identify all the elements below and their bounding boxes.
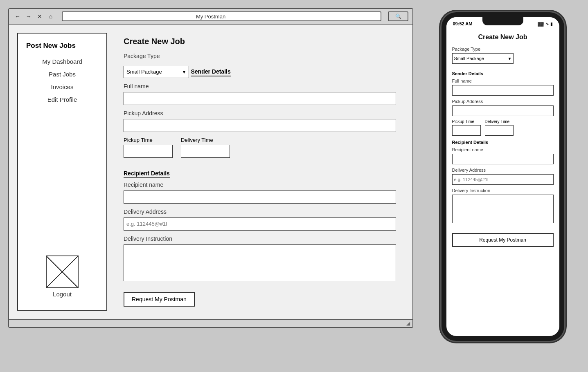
phone-time-row: Pickup Time Delivery Time	[452, 119, 554, 136]
recipient-name-label: Recipient name	[124, 182, 396, 188]
pickup-address-label: Pickup Address	[124, 110, 396, 117]
delivery-time-input[interactable]	[181, 145, 230, 158]
package-type-select[interactable]: Small Package Medium Package Large Packa…	[124, 66, 189, 78]
phone-recipient-details-header: Recipient Details	[452, 140, 554, 145]
phone-content: Create New Job Package Type Small Packag…	[446, 28, 559, 253]
avatar	[46, 255, 79, 288]
browser-window: ← → ✕ ⌂ 🔍 My Postman Post New Jobs My Da…	[8, 8, 413, 328]
phone-package-type-label: Package Type	[452, 47, 554, 52]
phone-delivery-time-input[interactable]	[485, 125, 514, 136]
phone-time: 09:52 AM	[453, 21, 473, 26]
delivery-address-label: Delivery Address	[124, 208, 396, 215]
phone-delivery-instruction-textarea[interactable]	[452, 195, 554, 223]
pickup-time-input[interactable]	[124, 145, 173, 158]
pickup-time-label: Pickup Time	[124, 137, 173, 143]
browser-nav-buttons: ← → ✕ ⌂	[13, 12, 55, 21]
phone-notch	[482, 17, 523, 25]
mobile-container: 09:52 AM ▓▓ ∿ ▮ Create New Job Package T…	[426, 8, 580, 341]
resize-handle: ◢	[406, 320, 410, 326]
phone-frame: 09:52 AM ▓▓ ∿ ▮ Create New Job Package T…	[442, 12, 564, 341]
pickup-time-group: Pickup Time	[124, 137, 173, 158]
phone-pickup-time-input[interactable]	[452, 125, 481, 136]
browser-titlebar: ← → ✕ ⌂ 🔍 My Postman	[9, 9, 412, 25]
phone-delivery-time-label: Delivery Time	[485, 119, 514, 124]
phone-pickup-address-label: Pickup Address	[452, 99, 554, 104]
recipient-name-input[interactable]	[124, 190, 396, 204]
phone-pickup-address-input[interactable]	[452, 105, 554, 116]
submit-button[interactable]: Request My Postman	[124, 292, 195, 307]
phone-screen: 09:52 AM ▓▓ ∿ ▮ Create New Job Package T…	[446, 17, 559, 336]
home-button[interactable]: ⌂	[46, 12, 55, 21]
sidebar: Post New Jobs My Dashboard Past Jobs Inv…	[17, 33, 107, 311]
close-button[interactable]: ✕	[35, 12, 44, 21]
phone-pickup-time-label: Pickup Time	[452, 119, 481, 124]
phone-delivery-address-input[interactable]	[452, 174, 554, 185]
delivery-instruction-textarea[interactable]	[124, 244, 396, 281]
form-title: Create New Job	[124, 37, 396, 46]
delivery-address-input[interactable]	[124, 217, 396, 231]
sidebar-item-edit-profile[interactable]: Edit Profile	[47, 96, 77, 103]
phone-recipient-name-label: Recipient name	[452, 147, 554, 152]
sidebar-title: Post New Jobs	[26, 42, 76, 50]
full-name-label: Full name	[124, 83, 396, 90]
phone-full-name-input[interactable]	[452, 85, 554, 96]
recipient-details-header: Recipient Details	[124, 170, 170, 178]
phone-submit-button[interactable]: Request My Postman	[452, 233, 554, 247]
full-name-input[interactable]	[124, 92, 396, 105]
delivery-instruction-label: Delivery Instruction	[124, 235, 396, 242]
delivery-time-group: Delivery Time	[181, 137, 230, 158]
time-row: Pickup Time Delivery Time	[124, 137, 396, 158]
sidebar-nav: My Dashboard Past Jobs Invoices Edit Pro…	[22, 58, 102, 103]
sidebar-item-my-dashboard[interactable]: My Dashboard	[42, 58, 82, 65]
pickup-address-input[interactable]	[124, 119, 396, 132]
phone-full-name-label: Full name	[452, 78, 554, 83]
phone-delivery-address-label: Delivery Address	[452, 168, 554, 173]
phone-delivery-time-group: Delivery Time	[485, 119, 514, 136]
delivery-time-label: Delivery Time	[181, 137, 230, 143]
browser-statusbar: ◢	[9, 319, 412, 327]
forward-button[interactable]: →	[24, 12, 33, 21]
sender-details-header: Sender Details	[191, 68, 230, 76]
phone-package-type-select[interactable]: Small Package Medium Package Large Packa…	[452, 53, 514, 64]
sidebar-item-invoices[interactable]: Invoices	[51, 83, 73, 90]
logout-button[interactable]: Logout	[53, 291, 72, 298]
back-button[interactable]: ←	[13, 12, 22, 21]
phone-package-type-wrapper: Small Package Medium Package Large Packa…	[452, 53, 514, 64]
phone-recipient-name-input[interactable]	[452, 154, 554, 164]
signal-icon: ▓▓	[538, 22, 544, 26]
phone-pickup-time-group: Pickup Time	[452, 119, 481, 136]
search-button[interactable]: 🔍	[388, 11, 408, 21]
battery-icon: ▮	[550, 22, 553, 26]
browser-title: My Postman	[196, 13, 225, 20]
sidebar-item-past-jobs[interactable]: Past Jobs	[49, 71, 76, 78]
phone-delivery-instruction-label: Delivery Instruction	[452, 188, 554, 193]
phone-statusbar-right: ▓▓ ∿ ▮	[538, 22, 553, 26]
phone-sender-details-header: Sender Details	[452, 71, 554, 76]
package-type-label: Package Type	[124, 53, 396, 59]
main-form-area: Create New Job Package Type Small Packag…	[115, 33, 404, 311]
phone-form-title: Create New Job	[452, 34, 554, 41]
wifi-icon: ∿	[545, 22, 549, 26]
browser-content: Post New Jobs My Dashboard Past Jobs Inv…	[9, 25, 412, 319]
package-type-wrapper: Small Package Medium Package Large Packa…	[124, 66, 189, 78]
